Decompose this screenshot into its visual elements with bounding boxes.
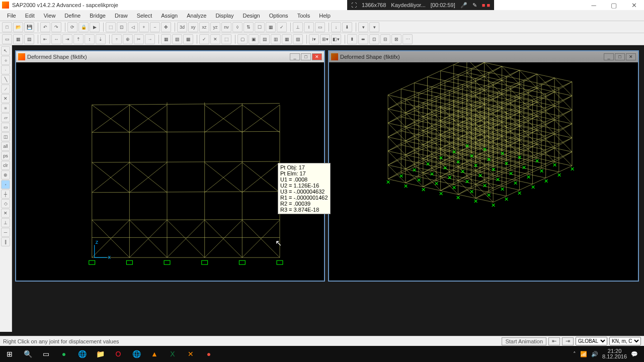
xy-view-icon[interactable]: xy bbox=[188, 22, 198, 32]
menu-view[interactable]: View bbox=[40, 12, 60, 20]
menu-edit[interactable]: Edit bbox=[21, 12, 39, 20]
design2-icon[interactable]: ⊞▾ bbox=[320, 34, 330, 44]
menu-assign[interactable]: Assign bbox=[157, 12, 182, 20]
pointer-icon[interactable]: ↖ bbox=[1, 46, 10, 55]
point-icon[interactable]: · bbox=[1, 65, 10, 74]
more2-icon[interactable]: ▾ bbox=[369, 22, 379, 32]
display-opts-icon[interactable]: ✓ bbox=[277, 22, 287, 32]
area-section-icon[interactable]: ▭ bbox=[315, 22, 325, 32]
menu-define[interactable]: Define bbox=[60, 12, 85, 20]
joint-restraint-icon[interactable]: ⊥ bbox=[293, 22, 303, 32]
quickarea-icon[interactable]: ◫ bbox=[1, 132, 10, 141]
menu-display[interactable]: Display bbox=[211, 12, 237, 20]
chrome-icon[interactable]: 🌐 bbox=[74, 347, 90, 360]
snap-perp-icon[interactable]: ⊥ bbox=[1, 218, 10, 227]
units-select[interactable]: KN, m, C bbox=[609, 337, 641, 345]
brace-icon[interactable]: ✕ bbox=[1, 94, 10, 103]
menu-file[interactable]: File bbox=[3, 12, 20, 20]
snap-point-icon[interactable]: ◦ bbox=[1, 180, 10, 189]
coord-select[interactable]: GLOBAL bbox=[576, 337, 607, 345]
record-stop-icon[interactable]: ■ ■ bbox=[482, 2, 490, 8]
zoom-full-icon[interactable]: ⊡ bbox=[117, 22, 127, 32]
edit5-icon[interactable]: ▦ bbox=[282, 34, 292, 44]
run-icon[interactable]: ▶ bbox=[90, 22, 100, 32]
3d-view-icon[interactable]: 3d bbox=[177, 22, 187, 32]
bridge1-icon[interactable]: ⬍ bbox=[347, 34, 357, 44]
nav-next-button[interactable]: ⇥ bbox=[562, 337, 574, 345]
tray-notif-icon[interactable]: 💬 bbox=[631, 351, 638, 357]
trim-icon[interactable]: ✂ bbox=[134, 34, 144, 44]
chrome2-icon[interactable]: 🌐 bbox=[129, 347, 144, 360]
search-icon[interactable]: 🔍 bbox=[20, 347, 35, 360]
refresh-icon[interactable]: ⟳ bbox=[67, 22, 77, 32]
snap-end-icon[interactable]: ◇ bbox=[1, 199, 10, 208]
check2-icon[interactable]: ✕ bbox=[210, 34, 220, 44]
taskview-icon[interactable]: ▭ bbox=[38, 347, 53, 360]
zoom-in-icon[interactable]: + bbox=[139, 22, 149, 32]
sap2000-icon[interactable]: ✕ bbox=[183, 347, 198, 360]
explorer-icon[interactable]: 📁 bbox=[93, 347, 108, 360]
tray-vol-icon[interactable]: 🔊 bbox=[591, 351, 598, 357]
align-m-icon[interactable]: ↕ bbox=[85, 34, 95, 44]
open-icon[interactable]: 📂 bbox=[13, 22, 23, 32]
nv-view-icon[interactable]: nv bbox=[221, 22, 231, 32]
snap-para-icon[interactable]: ∥ bbox=[1, 237, 10, 246]
excel-icon[interactable]: X bbox=[165, 347, 180, 360]
object-icon[interactable]: ☐ bbox=[255, 22, 265, 32]
viewport-left-titlebar[interactable]: Deformed Shape (fiktifx) _ □ ✕ bbox=[16, 51, 324, 62]
menu-design[interactable]: Design bbox=[238, 12, 264, 20]
reshape-icon[interactable]: ⟐ bbox=[1, 56, 10, 65]
save-icon[interactable]: 💾 bbox=[24, 22, 34, 32]
nav-prev-button[interactable]: ⇤ bbox=[548, 337, 560, 345]
lock-icon[interactable]: 🔒 bbox=[78, 22, 89, 32]
mdi-maximize-button[interactable]: □ bbox=[301, 53, 311, 60]
load-icon[interactable]: ↓ bbox=[331, 22, 341, 32]
tray-net-icon[interactable]: 📶 bbox=[580, 351, 587, 357]
zoom-out-icon[interactable]: − bbox=[150, 22, 160, 32]
snap-mid-icon[interactable]: ┼ bbox=[1, 190, 10, 199]
mdi-maximize-button[interactable]: □ bbox=[615, 53, 625, 60]
viewport-right-canvas[interactable]: ✕✕✕✕✕✕✕✕✕✕✕✕✕✕✕✕✕✕✕✕✕✕✕✕✕✕✕✕✕✕✕✕✕✕✕✕✕✕✕✕… bbox=[329, 62, 638, 281]
align-r-icon[interactable]: ⇥ bbox=[62, 34, 72, 44]
redo-icon[interactable]: ↷ bbox=[51, 22, 61, 32]
layer-icon[interactable]: ▤ bbox=[24, 34, 34, 44]
rectarea-icon[interactable]: ▭ bbox=[1, 123, 10, 132]
bridge3-icon[interactable]: ⊡ bbox=[369, 34, 379, 44]
snap-line-icon[interactable]: ─ bbox=[1, 228, 10, 237]
record-icon[interactable]: ● bbox=[201, 347, 216, 360]
bridge6-icon[interactable]: ⋯ bbox=[403, 34, 413, 44]
vlc-icon[interactable]: ▲ bbox=[147, 347, 162, 360]
menu-draw[interactable]: Draw bbox=[111, 12, 132, 20]
undo-icon[interactable]: ↶ bbox=[40, 22, 50, 32]
pan-icon[interactable]: ✥ bbox=[161, 22, 171, 32]
menu-bridge[interactable]: Bridge bbox=[86, 12, 110, 20]
close-button[interactable]: ✕ bbox=[624, 0, 644, 10]
edit3-icon[interactable]: ▤ bbox=[260, 34, 270, 44]
zoom-prev-icon[interactable]: ◁ bbox=[128, 22, 138, 32]
snap-int-icon[interactable]: ✕ bbox=[1, 209, 10, 218]
menu-options[interactable]: Options bbox=[265, 12, 292, 20]
spotify-icon[interactable]: ● bbox=[56, 347, 71, 360]
start-button[interactable]: ⊞ bbox=[2, 347, 17, 360]
clr-sel-icon[interactable]: clr bbox=[1, 161, 10, 170]
menu-select[interactable]: Select bbox=[133, 12, 156, 20]
bridge2-icon[interactable]: ⬌ bbox=[358, 34, 368, 44]
distload-icon[interactable]: ⬇ bbox=[342, 22, 352, 32]
start-animation-button[interactable]: Start Animation bbox=[502, 337, 546, 345]
design1-icon[interactable]: I▾ bbox=[309, 34, 319, 44]
align-t-icon[interactable]: ⇡ bbox=[73, 34, 84, 44]
zoom-rubber-icon[interactable]: ⬚ bbox=[106, 22, 116, 32]
grid-icon[interactable]: ▦ bbox=[13, 34, 23, 44]
mdi-close-button[interactable]: ✕ bbox=[626, 53, 636, 60]
menu-help[interactable]: Help bbox=[315, 12, 335, 20]
mdi-close-button[interactable]: ✕ bbox=[312, 53, 322, 60]
new-icon[interactable]: □ bbox=[2, 22, 12, 32]
align-c-icon[interactable]: ↔ bbox=[51, 34, 61, 44]
shrink-icon[interactable]: ⇅ bbox=[244, 22, 254, 32]
mdi-minimize-button[interactable]: _ bbox=[290, 53, 300, 60]
edit-icon[interactable]: ✎ bbox=[472, 2, 477, 9]
mdi-minimize-button[interactable]: _ bbox=[604, 53, 614, 60]
intersect-icon[interactable]: ⊗ bbox=[1, 170, 10, 179]
maximize-button[interactable]: ▢ bbox=[604, 0, 624, 10]
xz-view-icon[interactable]: xz bbox=[199, 22, 209, 32]
